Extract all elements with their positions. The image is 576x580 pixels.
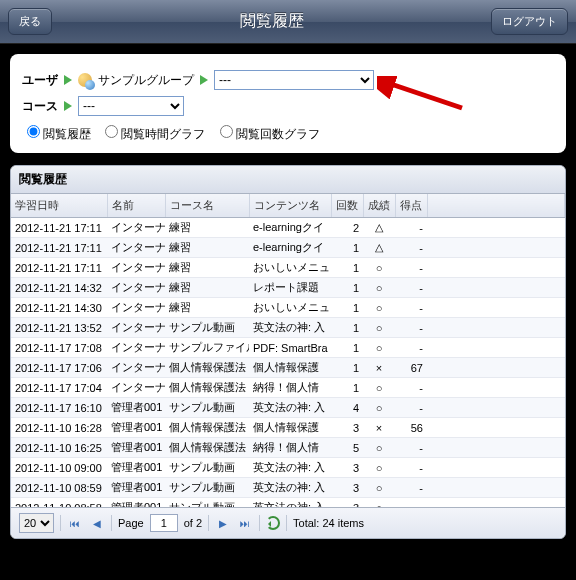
cell-count: 1	[331, 358, 363, 378]
user-label: ユーザ	[22, 72, 58, 89]
cell-date: 2012-11-10 16:28	[11, 418, 107, 438]
cell-name: インターナシ	[107, 318, 165, 338]
cell-result: ○	[363, 258, 395, 278]
cell-course: サンプル動画	[165, 498, 249, 508]
col-name[interactable]: 名前	[107, 194, 165, 218]
cell-date: 2012-11-17 17:04	[11, 378, 107, 398]
arrow-right-icon	[64, 101, 72, 111]
radio-count-graph[interactable]: 閲覧回数グラフ	[215, 127, 320, 141]
cell-score: -	[395, 438, 427, 458]
cell-course: 練習	[165, 218, 249, 238]
cell-date: 2012-11-17 17:08	[11, 338, 107, 358]
table-row[interactable]: 2012-11-21 14:32インターナシ練習レポート課題1○-	[11, 278, 565, 298]
table-row[interactable]: 2012-11-17 17:08インターナシサンプルファイルPDF: Smart…	[11, 338, 565, 358]
cell-date: 2012-11-21 17:11	[11, 258, 107, 278]
cell-date: 2012-11-21 17:11	[11, 218, 107, 238]
table-row[interactable]: 2012-11-10 08:59管理者001サンプル動画英文法の神: 入3○-	[11, 478, 565, 498]
cell-course: 個人情報保護法	[165, 438, 249, 458]
table-row[interactable]: 2012-11-21 17:11インターナシ練習おいしいメニュ1○-	[11, 258, 565, 278]
col-count[interactable]: 回数	[331, 194, 363, 218]
cell-count: 1	[331, 318, 363, 338]
cell-count: 5	[331, 438, 363, 458]
cell-content: おいしいメニュ	[249, 258, 331, 278]
table-row[interactable]: 2012-11-17 17:06インターナシ個人情報保護法個人情報保護1×67	[11, 358, 565, 378]
logout-button[interactable]: ログアウト	[491, 8, 568, 35]
cell-result: ×	[363, 358, 395, 378]
cell-name: インターナシ	[107, 238, 165, 258]
last-page-button[interactable]: ⏭	[237, 515, 253, 531]
cell-result: ○	[363, 318, 395, 338]
cell-name: 管理者001	[107, 478, 165, 498]
page-title: 閲覧履歴	[240, 11, 304, 32]
cell-content: PDF: SmartBra	[249, 338, 331, 358]
cell-content: レポート課題	[249, 278, 331, 298]
cell-score: -	[395, 398, 427, 418]
cell-count: 1	[331, 258, 363, 278]
cell-name: インターナシ	[107, 278, 165, 298]
col-course[interactable]: コース名	[165, 194, 249, 218]
course-select[interactable]: ---	[78, 96, 184, 116]
table-row[interactable]: 2012-11-17 16:10管理者001サンプル動画英文法の神: 入4○-	[11, 398, 565, 418]
cell-result: △	[363, 238, 395, 258]
cell-content: 納得！個人情	[249, 378, 331, 398]
col-score[interactable]: 得点	[395, 194, 427, 218]
radio-time-graph[interactable]: 閲覧時間グラフ	[100, 127, 205, 141]
col-content[interactable]: コンテンツ名	[249, 194, 331, 218]
cell-date: 2012-11-10 16:25	[11, 438, 107, 458]
cell-result: ○	[363, 498, 395, 508]
cell-date: 2012-11-10 08:58	[11, 498, 107, 508]
cell-score: -	[395, 378, 427, 398]
cell-course: 練習	[165, 298, 249, 318]
cell-score: 67	[395, 358, 427, 378]
table-row[interactable]: 2012-11-21 13:52インターナシサンプル動画英文法の神: 入1○-	[11, 318, 565, 338]
cell-name: 管理者001	[107, 438, 165, 458]
group-name: サンプルグループ	[98, 72, 194, 89]
table-row[interactable]: 2012-11-17 17:04インターナシ個人情報保護法納得！個人情1○-	[11, 378, 565, 398]
col-date[interactable]: 学習日時	[11, 194, 107, 218]
cell-score: 56	[395, 418, 427, 438]
page-input[interactable]	[150, 514, 178, 532]
table-row[interactable]: 2012-11-10 16:25管理者001個人情報保護法納得！個人情5○-	[11, 438, 565, 458]
cell-course: 練習	[165, 278, 249, 298]
cell-count: 3	[331, 458, 363, 478]
table-row[interactable]: 2012-11-10 08:58管理者001サンプル動画英文法の神: 入3○-	[11, 498, 565, 508]
cell-course: サンプル動画	[165, 318, 249, 338]
page-label: Page	[118, 517, 144, 529]
cell-name: 管理者001	[107, 398, 165, 418]
cell-count: 1	[331, 238, 363, 258]
table-row[interactable]: 2012-11-10 16:28管理者001個人情報保護法個人情報保護3×56	[11, 418, 565, 438]
cell-name: インターナシ	[107, 258, 165, 278]
cell-score: -	[395, 218, 427, 238]
cell-content: 英文法の神: 入	[249, 318, 331, 338]
user-select[interactable]: ---	[214, 70, 374, 90]
cell-course: サンプル動画	[165, 398, 249, 418]
prev-page-button[interactable]: ◀	[89, 515, 105, 531]
cell-course: 個人情報保護法	[165, 378, 249, 398]
next-page-button[interactable]: ▶	[215, 515, 231, 531]
cell-date: 2012-11-21 14:32	[11, 278, 107, 298]
radio-history[interactable]: 閲覧履歴	[22, 127, 91, 141]
course-row: コース ---	[22, 96, 554, 116]
table-row[interactable]: 2012-11-21 17:11インターナシ練習e-learningクイ2△-	[11, 218, 565, 238]
page-size-select[interactable]: 20	[19, 513, 54, 533]
cell-count: 3	[331, 418, 363, 438]
col-result[interactable]: 成績	[363, 194, 395, 218]
table-row[interactable]: 2012-11-10 09:00管理者001サンプル動画英文法の神: 入3○-	[11, 458, 565, 478]
cell-name: インターナシ	[107, 378, 165, 398]
total-label: Total: 24 items	[293, 517, 364, 529]
cell-content: 納得！個人情	[249, 438, 331, 458]
cell-date: 2012-11-17 17:06	[11, 358, 107, 378]
cell-name: インターナシ	[107, 358, 165, 378]
grid-panel: 閲覧履歴 学習日時 名前 コース名 コンテンツ名 回数 成績 得点	[10, 165, 566, 539]
first-page-button[interactable]: ⏮	[67, 515, 83, 531]
cell-content: おいしいメニュ	[249, 298, 331, 318]
table-row[interactable]: 2012-11-21 14:30インターナシ練習おいしいメニュ1○-	[11, 298, 565, 318]
refresh-icon[interactable]	[266, 516, 280, 530]
cell-score: -	[395, 478, 427, 498]
table-row[interactable]: 2012-11-21 17:11インターナシ練習e-learningクイ1△-	[11, 238, 565, 258]
arrow-right-icon	[64, 75, 72, 85]
cell-content: 英文法の神: 入	[249, 498, 331, 508]
cell-score: -	[395, 338, 427, 358]
cell-count: 1	[331, 338, 363, 358]
back-button[interactable]: 戻る	[8, 8, 52, 35]
